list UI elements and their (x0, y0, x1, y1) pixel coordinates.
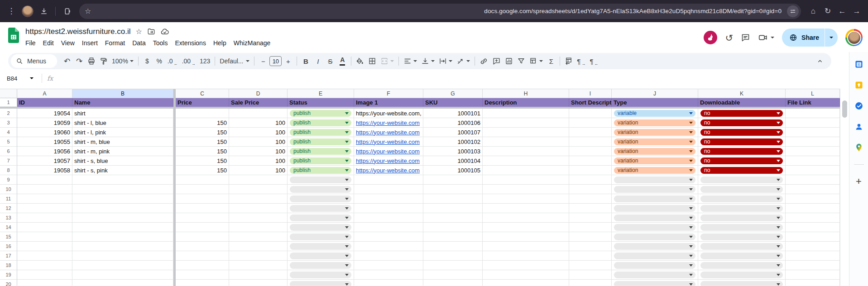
cell-L14[interactable] (786, 223, 840, 232)
cell-B14[interactable] (72, 223, 173, 232)
decrease-decimal-button[interactable]: .0← (166, 55, 180, 67)
status-dropdown-chip[interactable]: publish (290, 138, 351, 145)
cell-H2[interactable] (483, 109, 569, 118)
downloadable-dropdown-chip[interactable] (700, 224, 783, 231)
cell-G12[interactable] (423, 204, 483, 213)
bookmark-star-icon[interactable]: ☆ (85, 8, 91, 15)
menu-format[interactable]: Format (101, 38, 129, 48)
downloadable-dropdown-chip[interactable] (700, 234, 783, 240)
column-header-D[interactable]: D (229, 89, 288, 98)
text-wrap-button[interactable] (437, 55, 454, 67)
cell-H4[interactable] (483, 128, 569, 137)
cell-D3[interactable]: 100 (229, 118, 288, 128)
text-color-button[interactable]: A (336, 55, 348, 67)
cell-C15[interactable] (176, 232, 229, 242)
cell-K6[interactable]: no (698, 147, 786, 156)
downloadable-dropdown-chip[interactable] (700, 272, 783, 278)
column-header-H[interactable]: H (483, 89, 569, 98)
redo-button[interactable]: ↷ (73, 55, 85, 67)
downloadable-dropdown-chip[interactable]: no (700, 129, 783, 136)
cell-L7[interactable] (786, 156, 840, 166)
type-dropdown-chip[interactable] (614, 176, 695, 183)
cell-L3[interactable] (786, 118, 840, 128)
menu-file[interactable]: File (22, 38, 39, 48)
reload-button[interactable]: ↻ (821, 5, 834, 18)
more-formats-button[interactable]: 123 (198, 55, 212, 67)
cell-B15[interactable] (72, 232, 173, 242)
cell-L13[interactable] (786, 213, 840, 223)
column-header-G[interactable]: G (423, 89, 483, 98)
insert-comment-button[interactable] (490, 55, 503, 67)
cell-H17[interactable] (483, 251, 569, 261)
cell-E19[interactable] (288, 270, 354, 280)
cell-E18[interactable] (288, 261, 354, 270)
cell-A10[interactable] (17, 185, 72, 194)
print-button[interactable] (86, 55, 97, 67)
cell-D14[interactable] (229, 223, 288, 232)
header-cell-L1[interactable]: File Link (786, 98, 840, 107)
cell-J2[interactable]: variable (612, 109, 698, 118)
cell-H9[interactable] (483, 175, 569, 185)
cell-D19[interactable] (229, 270, 288, 280)
cell-E12[interactable] (288, 204, 354, 213)
cell-C4[interactable]: 150 (176, 128, 229, 137)
cell-J9[interactable] (612, 175, 698, 185)
row-header-5[interactable]: 5 (0, 137, 17, 147)
cell-I18[interactable] (569, 261, 612, 270)
cell-E11[interactable] (288, 194, 354, 204)
cell-A5[interactable]: 19055 (17, 137, 72, 147)
cell-J19[interactable] (612, 270, 698, 280)
cell-L20[interactable] (786, 280, 840, 286)
cell-H14[interactable] (483, 223, 569, 232)
cell-K8[interactable]: no (698, 166, 786, 175)
status-dropdown-chip[interactable] (290, 281, 351, 286)
zoom-selector[interactable]: 100% (110, 55, 135, 67)
header-cell-A1[interactable]: ID (17, 98, 72, 107)
cell-F18[interactable] (354, 261, 423, 270)
cell-C3[interactable]: 150 (176, 118, 229, 128)
type-dropdown-chip[interactable]: variation (614, 157, 695, 164)
cell-J17[interactable] (612, 251, 698, 261)
back-button[interactable]: ← (835, 5, 849, 18)
menu-extensions[interactable]: Extensions (171, 38, 209, 48)
cell-B7[interactable]: shirt - s, blue (72, 156, 173, 166)
downloadable-dropdown-chip[interactable]: no (700, 148, 783, 155)
downloadable-dropdown-chip[interactable]: no (700, 167, 783, 174)
cell-G17[interactable] (423, 251, 483, 261)
cell-D2[interactable] (229, 109, 288, 118)
cell-D12[interactable] (229, 204, 288, 213)
cell-I5[interactable] (569, 137, 612, 147)
cell-D20[interactable] (229, 280, 288, 286)
site-controls-badge[interactable] (787, 5, 799, 17)
cell-H19[interactable] (483, 270, 569, 280)
side-panel-tasks[interactable] (849, 95, 868, 116)
cell-A12[interactable] (17, 204, 72, 213)
cell-L9[interactable] (786, 175, 840, 185)
cell-F11[interactable] (354, 194, 423, 204)
cell-K2[interactable]: no (698, 109, 786, 118)
cell-A6[interactable]: 19056 (17, 147, 72, 156)
cell-A18[interactable] (17, 261, 72, 270)
cell-D8[interactable]: 100 (229, 166, 288, 175)
cell-C6[interactable]: 150 (176, 147, 229, 156)
home-button[interactable]: ⌂ (806, 5, 820, 18)
cell-A3[interactable]: 19059 (17, 118, 72, 128)
column-header-J[interactable]: J (612, 89, 698, 98)
cell-H7[interactable] (483, 156, 569, 166)
cell-J12[interactable] (612, 204, 698, 213)
row-header-8[interactable]: 8 (0, 166, 17, 175)
row-header-18[interactable]: 18 (0, 261, 17, 270)
cell-A13[interactable] (17, 213, 72, 223)
cell-F2[interactable]: https://your-website.com, (354, 109, 423, 118)
cell-G11[interactable] (423, 194, 483, 204)
cell-A9[interactable] (17, 175, 72, 185)
type-dropdown-chip[interactable] (614, 281, 695, 286)
cell-J11[interactable] (612, 194, 698, 204)
header-cell-B1[interactable]: Name (72, 98, 173, 107)
share-button[interactable]: Share (782, 29, 838, 47)
header-cell-I1[interactable]: Short Description (569, 98, 612, 107)
header-cell-E1[interactable]: Status (288, 98, 354, 107)
cell-E14[interactable] (288, 223, 354, 232)
menu-view[interactable]: View (58, 38, 78, 48)
cell-E17[interactable] (288, 251, 354, 261)
